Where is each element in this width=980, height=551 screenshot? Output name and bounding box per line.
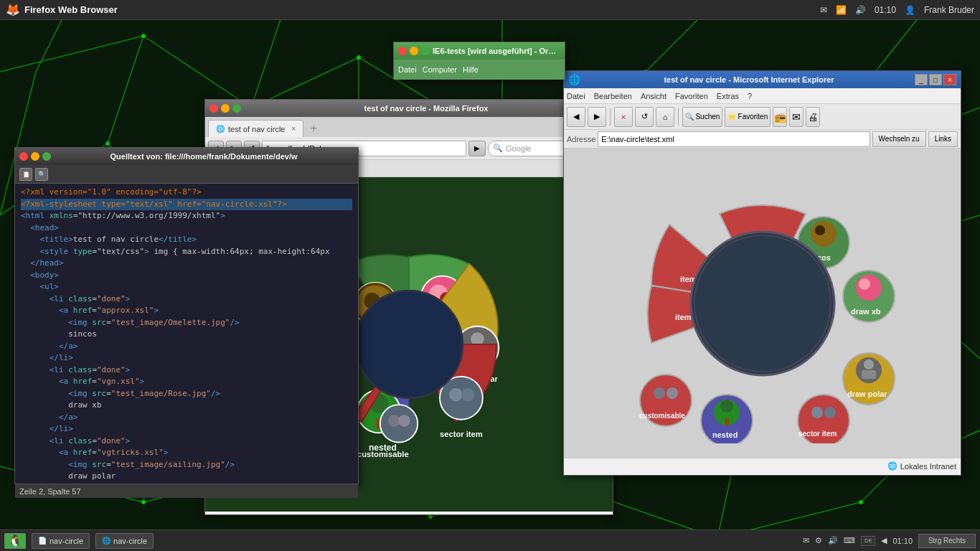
virtualbox-window: IE6-tests [wird ausgeführt] - Oracle VM …: [393, 42, 565, 79]
ie-menu-extras[interactable]: Extras: [717, 92, 739, 100]
label-custom-ff: customisable: [357, 450, 409, 458]
vbox-min-btn[interactable]: [410, 47, 418, 55]
ie-back-btn[interactable]: ◀: [567, 107, 585, 127]
ie-search-btn[interactable]: 🔍 Suchen: [682, 107, 722, 127]
taskbar-right: ✉ 📶 🔊 01:10 👤 Frank Bruder: [820, 5, 974, 15]
source-tool-btn1[interactable]: 📋: [19, 168, 32, 181]
code-line-11: <a href="approx.xsl">: [21, 305, 352, 317]
code-line-7: </head>: [21, 258, 352, 270]
ie-menu-datei[interactable]: Datei: [567, 92, 585, 100]
source-code-window: Quelltext von: file:///home/frank/Dokume…: [14, 147, 359, 484]
ie-label-drawpolar: draw polar: [847, 390, 887, 398]
ie-stop-btn[interactable]: ×: [614, 107, 633, 127]
svg-point-98: [398, 415, 410, 427]
svg-point-113: [691, 232, 834, 375]
source-title-text: Quelltext von: file:///home/frank/Dokume…: [54, 152, 354, 161]
vbox-menu-help[interactable]: Hilfe: [463, 65, 479, 74]
start-btn[interactable]: 🐧: [4, 533, 26, 549]
ie-menu-ansicht[interactable]: Ansicht: [641, 92, 666, 100]
ie-refresh-btn[interactable]: ↺: [635, 107, 654, 127]
ie-print-btn[interactable]: 🖨: [806, 107, 820, 127]
code-line-13: sincos: [21, 329, 352, 341]
code-line-6: <style type="text/css"> img { max-width:…: [21, 246, 352, 258]
ie-home-btn[interactable]: ⌂: [656, 107, 674, 127]
firefox-min-btn[interactable]: [221, 104, 230, 113]
code-line-22: <li class="done">: [21, 435, 352, 448]
ie-label-nested: nested: [712, 430, 738, 439]
code-line-10: <li class="done">: [21, 293, 352, 306]
tb-icon3: 🔊: [828, 536, 838, 545]
taskbar-bottom: 🐧 📄 nav-circle 🌐 nav-circle ✉ ⚙ 🔊 ⌨ DE ◀…: [0, 529, 980, 551]
source-close-btn[interactable]: [19, 152, 28, 161]
vbox-menubar: Datei Computer Hilfe: [394, 60, 565, 80]
firefox-tab-active[interactable]: 🌐 test of nav circle ×: [208, 120, 303, 137]
tb-clock: 01:10: [892, 537, 913, 545]
ie-titlebar: 🌐 test of nav circle - Microsoft Interne…: [564, 71, 961, 88]
firefox-max-btn[interactable]: [232, 104, 241, 113]
svg-point-104: [864, 359, 874, 369]
vbox-max-btn[interactable]: [421, 47, 430, 55]
ie-status-bar: 🌐 Lokales Intranet: [564, 458, 961, 474]
ie-url-text: E:\nav-circle\test.xml: [601, 135, 674, 143]
svg-point-95: [355, 291, 463, 398]
mail-icon: ✉: [820, 5, 827, 15]
code-line-23: <a href="vgtricks.xsl">: [21, 447, 352, 459]
vbox-menu-computer[interactable]: Computer: [423, 65, 457, 74]
code-line-4: <head>: [21, 222, 352, 235]
source-statusbar: Zeile 2, Spalte 57: [15, 484, 358, 498]
tb-locale: DE: [861, 536, 875, 546]
taskbar-task-navcircle2[interactable]: 🌐 nav-circle: [95, 533, 154, 549]
ie-media-btn[interactable]: 📻: [773, 107, 787, 127]
code-line-24: <img src="test_image/sailing.jpg"/>: [21, 459, 352, 471]
ie-menu-favoriten[interactable]: Favoriten: [675, 92, 708, 100]
ff-search-bar[interactable]: 🔍 Google: [488, 141, 574, 156]
source-tool-btn2[interactable]: 🔍: [35, 168, 48, 181]
firefox-title-text: test of nav circle - Mozilla Firefox: [244, 104, 608, 113]
tab-label: test of nav circle: [228, 125, 285, 133]
vbox-title-text: IE6-tests [wird ausgeführt] - Oracle VM …: [433, 47, 560, 55]
new-tab-btn[interactable]: +: [303, 120, 324, 137]
ie-favorites-btn[interactable]: ⭐ Favoriten: [725, 107, 771, 127]
firefox-titlebar: test of nav circle - Mozilla Firefox: [205, 100, 613, 117]
username: Frank Bruder: [924, 5, 974, 15]
source-min-btn[interactable]: [31, 152, 39, 161]
ie-mail-btn[interactable]: ✉: [789, 107, 804, 127]
svg-rect-109: [725, 418, 729, 425]
ie-menu-help[interactable]: ?: [748, 92, 752, 100]
firefox-close-btn[interactable]: [209, 104, 218, 113]
ie-menubar: Datei Bearbeiten Ansicht Favoriten Extra…: [564, 88, 961, 104]
tb-icon1: ✉: [803, 536, 809, 545]
ie-url-row: Adresse E:\nav-circle\test.xml Wechseln …: [564, 130, 961, 149]
ie-links-btn[interactable]: Links: [928, 131, 958, 147]
ie-max-btn[interactable]: □: [929, 74, 942, 85]
taskbar-bottom-right: ✉ ⚙ 🔊 ⌨ DE ◀ 01:10 Strg Rechts: [803, 534, 976, 548]
code-line-1: <?xml version="1.0" encoding="utf-8"?>: [21, 187, 352, 199]
vbox-close-btn[interactable]: [398, 47, 407, 55]
code-line-14: </a>: [21, 341, 352, 353]
ie-window-controls: _ □ ×: [915, 74, 956, 85]
ie-address-label: Adresse: [567, 135, 595, 143]
ie-label-sectoritem: sector item: [798, 430, 837, 438]
source-content[interactable]: <?xml version="1.0" encoding="utf-8"?> <…: [15, 184, 358, 484]
vbox-menu-datei[interactable]: Datei: [398, 65, 417, 74]
ff-go-btn[interactable]: ▶: [468, 141, 486, 156]
source-max-btn[interactable]: [42, 152, 51, 161]
tb-arrow-icon: ◀: [881, 536, 887, 545]
ie-separator1: [610, 108, 611, 126]
tab-close-btn[interactable]: ×: [291, 125, 296, 133]
svg-point-79: [859, 500, 863, 504]
ie-close-btn[interactable]: ×: [943, 74, 956, 85]
ie-url-bar[interactable]: E:\nav-circle\test.xml: [598, 131, 870, 147]
task-icon-1: 📄: [38, 537, 47, 545]
ie-min-btn[interactable]: _: [915, 74, 928, 85]
ie-menu-bearbeiten[interactable]: Bearbeiten: [594, 92, 632, 100]
svg-point-110: [720, 400, 733, 413]
tb-icon2: ⚙: [815, 536, 822, 545]
ie-go-btn[interactable]: Wechseln zu: [872, 131, 926, 147]
ie-title-text: test of nav circle - Microsoft Internet …: [586, 75, 912, 84]
code-line-18: <img src="test_image/Rose.jpg"/>: [21, 388, 352, 400]
ie-forward-btn[interactable]: ▶: [588, 107, 606, 127]
code-line-16: <li class="done">: [21, 364, 352, 377]
svg-point-100: [815, 225, 825, 235]
taskbar-task-navcircle1[interactable]: 📄 nav-circle: [32, 533, 90, 549]
